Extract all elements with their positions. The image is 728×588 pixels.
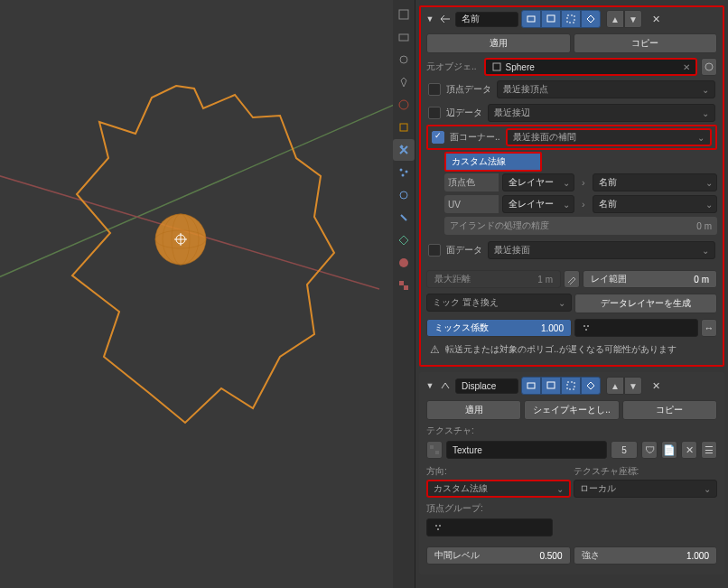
unlink-icon[interactable]: ✕ (681, 441, 697, 459)
modifier-name-input[interactable] (455, 12, 518, 27)
svg-line-0 (0, 99, 393, 316)
strength-field[interactable]: 強さ1.000 (574, 546, 718, 565)
display-render-icon[interactable] (521, 377, 541, 395)
svg-rect-30 (527, 383, 535, 388)
invert-icon[interactable]: ↔ (701, 319, 717, 337)
apply-shapekey-button[interactable]: シェイプキーとし.. (524, 400, 619, 420)
display-editmode-icon[interactable] (561, 377, 581, 395)
tab-particles[interactable] (393, 162, 415, 183)
edge-data-checkbox[interactable] (428, 107, 441, 119)
svg-point-16 (406, 171, 408, 173)
vertex-mapping-dropdown[interactable]: 最近接頂点 (497, 80, 715, 98)
display-cage-icon[interactable] (581, 377, 601, 395)
svg-rect-34 (435, 451, 439, 454)
svg-point-13 (399, 100, 408, 109)
warning-text: 転送元または対象のポリゴ..が遅くなる可能性があります (445, 343, 677, 356)
tab-constraints[interactable] (393, 207, 415, 229)
source-object-field[interactable]: Sphere ✕ (484, 58, 697, 76)
remove-modifier-button[interactable]: ✕ (647, 10, 665, 28)
display-render-icon[interactable] (521, 10, 541, 28)
clear-icon[interactable]: ✕ (683, 62, 690, 72)
ray-range-field[interactable]: レイ範囲0 m (583, 270, 717, 288)
move-up-button[interactable]: ▲ (606, 377, 624, 395)
face-data-checkbox[interactable] (428, 244, 441, 257)
edge-data-label: 辺データ (446, 107, 482, 119)
svg-rect-23 (547, 15, 555, 22)
move-down-button[interactable]: ▼ (624, 377, 642, 395)
new-texture-icon[interactable]: 📄 (661, 441, 677, 459)
uv-src-dropdown[interactable]: 全レイヤー (502, 195, 574, 213)
tab-output[interactable] (393, 26, 415, 48)
display-viewport-icon[interactable] (541, 377, 561, 395)
texture-field[interactable]: Texture (446, 441, 607, 459)
copy-button[interactable]: コピー (622, 400, 717, 420)
apply-button[interactable]: 適用 (426, 33, 571, 53)
tab-object[interactable] (393, 117, 415, 138)
svg-rect-20 (399, 281, 404, 285)
copy-button[interactable]: コピー (574, 33, 718, 53)
move-up-button[interactable]: ▲ (606, 10, 624, 28)
display-editmode-icon[interactable] (561, 10, 581, 28)
modifier-name-input[interactable] (455, 378, 518, 394)
face-corner-checkbox[interactable] (432, 131, 444, 144)
tab-texture[interactable] (393, 275, 415, 296)
tab-world[interactable] (393, 94, 415, 116)
vertex-group-field[interactable] (426, 518, 553, 537)
face-corner-mapping-dropdown[interactable]: 最近接面の補間 (506, 128, 712, 146)
eyedropper-icon[interactable] (564, 270, 580, 288)
custom-normals-toggle[interactable]: カスタム法線 (444, 152, 542, 172)
uv-label[interactable]: UV (444, 195, 499, 213)
display-viewport-icon[interactable] (541, 10, 561, 28)
remove-modifier-button[interactable]: ✕ (647, 377, 665, 395)
tab-render[interactable] (393, 4, 415, 25)
datatransfer-icon (438, 12, 453, 26)
vcol-label[interactable]: 頂点色 (444, 173, 499, 191)
mix-mode-dropdown[interactable]: ミック 置き換え (426, 294, 572, 312)
direction-dropdown[interactable]: カスタム法線 (426, 480, 571, 498)
tab-physics[interactable] (393, 184, 415, 206)
edge-mapping-dropdown[interactable]: 最近接辺 (488, 104, 715, 122)
displace-icon (438, 378, 453, 393)
tab-material[interactable] (393, 252, 415, 274)
disclosure-icon[interactable]: ▼ (425, 381, 435, 390)
texture-label: テクスチャ: (426, 425, 478, 437)
svg-point-19 (399, 258, 408, 267)
mix-factor-field[interactable]: ミックス係数1.000 (426, 319, 572, 337)
arrow-icon: › (578, 177, 589, 188)
svg-point-26 (705, 63, 713, 70)
texture-props-icon[interactable]: ☰ (701, 441, 717, 459)
disclosure-icon[interactable]: ▼ (425, 14, 435, 23)
vcol-dst-dropdown[interactable]: 名前 (593, 173, 717, 191)
svg-rect-14 (400, 124, 407, 131)
object-picker-icon[interactable] (701, 58, 717, 76)
face-mapping-dropdown[interactable]: 最近接面 (488, 241, 715, 259)
tab-viewlayer[interactable] (393, 49, 415, 70)
texture-users[interactable]: 5 (611, 441, 638, 459)
vertex-data-checkbox[interactable] (428, 83, 441, 96)
tab-modifier[interactable] (393, 139, 415, 161)
tab-mesh[interactable] (393, 229, 415, 251)
generate-layers-button[interactable]: データレイヤーを生成 (574, 294, 717, 313)
tab-scene[interactable] (393, 71, 415, 93)
mid-level-field[interactable]: 中間レベル0.500 (426, 546, 571, 565)
max-distance-field[interactable]: 最大距離1 m (426, 270, 561, 288)
uv-dst-dropdown[interactable]: 名前 (593, 195, 717, 213)
tex-coord-dropdown[interactable]: ローカル (574, 480, 718, 498)
viewport-3d[interactable] (0, 0, 393, 588)
svg-point-29 (585, 329, 587, 331)
svg-rect-21 (404, 285, 408, 290)
fake-user-icon[interactable]: 🛡 (641, 441, 658, 459)
svg-rect-10 (399, 10, 408, 19)
apply-button[interactable]: 適用 (426, 400, 521, 420)
property-tabs (393, 0, 415, 588)
vertex-group-field[interactable] (574, 319, 698, 337)
svg-rect-31 (547, 382, 555, 388)
display-cage-icon[interactable] (581, 10, 601, 28)
move-down-button[interactable]: ▼ (624, 10, 642, 28)
texture-type-icon[interactable] (426, 441, 443, 459)
island-precision-field[interactable]: アイランドの処理の精度 0 m (444, 217, 717, 235)
vcol-src-dropdown[interactable]: 全レイヤー (502, 173, 574, 191)
svg-rect-11 (399, 34, 408, 41)
svg-rect-25 (493, 63, 500, 70)
vgroup-label: 頂点グループ: (426, 502, 487, 515)
